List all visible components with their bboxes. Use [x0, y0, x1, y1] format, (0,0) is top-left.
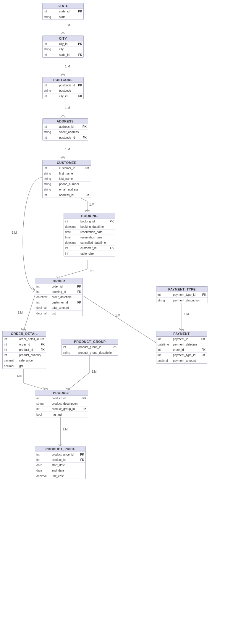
- svg-line-9: [63, 73, 65, 76]
- entity-customer-row-2: string first_name: [43, 171, 91, 176]
- entity-product-row-2: string product_description: [35, 401, 88, 406]
- svg-line-3: [63, 32, 65, 35]
- entity-payment-type-row-1: int payment_type_id PK: [156, 292, 208, 298]
- entity-order-row-6: decimal gst: [35, 311, 82, 316]
- svg-line-39: [24, 295, 35, 331]
- svg-line-2: [61, 32, 63, 35]
- diagram-container: 1:M 1:M 1:M 1:M 1:M 1:M: [0, 0, 225, 644]
- entity-postcode-row-3: int city_id FK: [43, 93, 83, 99]
- entity-customer-row-6: int address_id FK: [43, 192, 91, 198]
- entity-order-detail-row-6: decimal gst: [3, 363, 46, 369]
- entity-city-row-2: string city: [43, 47, 83, 52]
- svg-text:1:M: 1:M: [18, 311, 23, 314]
- svg-text:1:M: 1:M: [65, 148, 70, 151]
- entity-order-header: ORDER: [35, 278, 82, 284]
- entity-order-detail-row-1: int order_detail_id PK: [3, 337, 46, 342]
- entity-product-price: PRODUCT_PRICE int product_price_id PK in…: [35, 446, 86, 479]
- entity-product-header: PRODUCT: [35, 390, 88, 396]
- svg-line-26: [85, 209, 87, 212]
- entity-booking-row-4: time reservation_time: [64, 235, 115, 240]
- entity-product-row-4: bool has_gst: [35, 412, 88, 417]
- svg-text:1:M: 1:M: [115, 314, 120, 317]
- entity-product-group-row-1: int product_group_id PK: [62, 345, 118, 350]
- entity-payment-row-2: datetime payment_datetime: [156, 342, 207, 347]
- entity-order-row-3: datetime order_datetime: [35, 295, 82, 300]
- svg-line-8: [61, 73, 63, 76]
- entity-city: CITY int city_id PK string city int stat…: [42, 35, 84, 58]
- entity-product-price-row-5: decimal unit_cost: [35, 473, 85, 479]
- entity-state-header: STATE: [43, 3, 83, 9]
- entity-product-group-row-2: string product_group_description: [62, 350, 118, 355]
- entity-order-detail-row-2: int order_id FK: [3, 342, 46, 347]
- entity-address-row-1: int address_id PK: [43, 124, 88, 130]
- entity-payment-header: PAYMENT: [156, 331, 207, 337]
- svg-line-20: [61, 156, 63, 159]
- entity-booking-row-6: int customer_id FK: [64, 246, 115, 251]
- entity-booking-header: BOOKING: [64, 213, 115, 219]
- svg-text:1:M: 1:M: [65, 65, 70, 68]
- entity-address: ADDRESS int address_id PK string street_…: [42, 118, 88, 141]
- entity-order-row-1: int order_id PK: [35, 284, 82, 289]
- entity-order: ORDER int order_id PK int booking_id FK …: [35, 278, 83, 316]
- entity-product-group-header: PRODUCT_GROUP: [62, 339, 118, 345]
- entity-product-price-header: PRODUCT_PRICE: [35, 446, 85, 452]
- entity-address-row-3: int postcode_id FK: [43, 135, 88, 140]
- svg-text:1:M: 1:M: [63, 428, 68, 431]
- entity-product: PRODUCT int product_id PK string product…: [35, 390, 88, 417]
- entity-product-price-row-3: date start_date: [35, 463, 85, 468]
- svg-text:M:0: M:0: [17, 375, 22, 378]
- entity-customer: CUSTOMER int customer_id PK string first…: [42, 160, 91, 198]
- entity-customer-row-1: int customer_id PK: [43, 166, 91, 171]
- entity-booking-row-5: datetime cancelled_datetime: [64, 240, 115, 246]
- entity-payment: PAYMENT int payment_id PK datetime payme…: [156, 331, 207, 364]
- entity-postcode-header: POSTCODE: [43, 77, 83, 83]
- svg-text:1:M: 1:M: [184, 312, 189, 316]
- relationship-lines: 1:M 1:M 1:M 1:M 1:M 1:M: [0, 0, 225, 644]
- svg-line-55: [24, 383, 46, 390]
- entity-state-row-1: int state_id PK: [43, 9, 83, 14]
- entity-product-price-row-4: date end_date: [35, 468, 85, 473]
- entity-state-row-2: string state: [43, 14, 83, 20]
- svg-line-44: [82, 295, 157, 343]
- svg-line-31: [33, 290, 35, 292]
- svg-text:1:M: 1:M: [65, 106, 70, 109]
- svg-text:1:0: 1:0: [89, 269, 93, 273]
- entity-order-row-4: int customer_id FK: [35, 300, 82, 305]
- entity-booking-row-3: date reservation_date: [64, 230, 115, 235]
- entity-order-row-2: int booking_id FK: [35, 289, 82, 295]
- entity-city-header: CITY: [43, 36, 83, 41]
- entity-payment-row-1: int payment_id PK: [156, 337, 207, 342]
- entity-product-row-3: int product_group_id FK: [35, 406, 88, 412]
- entity-product-group: PRODUCT_GROUP int product_group_id PK st…: [61, 339, 118, 356]
- entity-payment-row-5: decimal payment_amount: [156, 358, 207, 363]
- svg-line-32: [33, 288, 35, 290]
- svg-line-15: [63, 115, 65, 118]
- entity-order-row-5: decimal total_amount: [35, 305, 82, 311]
- entity-order-detail-row-5: decimal sale_price: [3, 358, 46, 363]
- svg-line-14: [61, 115, 63, 118]
- entity-payment-row-4: int payment_type_id FK: [156, 353, 207, 358]
- svg-text:1:M: 1:M: [12, 231, 17, 234]
- entity-postcode-row-2: string postcode: [43, 88, 83, 93]
- entity-customer-row-5: string email_address: [43, 187, 91, 192]
- entity-city-row-1: int city_id PK: [43, 41, 83, 47]
- entity-product-price-row-1: int product_price_id PK: [35, 452, 85, 457]
- svg-text:1:M: 1:M: [65, 23, 70, 27]
- entity-order-detail-row-3: int product_id FK: [3, 347, 46, 353]
- entity-order-detail-header: ORDER_DETAIL: [3, 331, 46, 337]
- svg-line-61: [68, 373, 89, 390]
- entity-address-row-2: string street_address: [43, 130, 88, 135]
- entity-order-detail-row-4: int product_quantity: [3, 353, 46, 358]
- svg-text:1:M: 1:M: [92, 370, 97, 373]
- entity-payment-type: PAYMENT_TYPE int payment_type_id PK stri…: [156, 286, 208, 303]
- entity-postcode-row-1: int postcode_id PK: [43, 83, 83, 88]
- svg-line-35: [59, 269, 87, 277]
- entity-payment-row-3: int order_id FK: [156, 347, 207, 353]
- entity-postcode: POSTCODE int postcode_id PK string postc…: [42, 77, 84, 99]
- entity-customer-row-3: string last_name: [43, 176, 91, 182]
- entity-payment-type-row-2: string payment_description: [156, 298, 208, 303]
- entity-product-price-row-2: int product_id FK: [35, 457, 85, 463]
- entity-customer-header: CUSTOMER: [43, 160, 91, 166]
- svg-text:1:M: 1:M: [89, 203, 94, 206]
- svg-line-21: [63, 156, 65, 159]
